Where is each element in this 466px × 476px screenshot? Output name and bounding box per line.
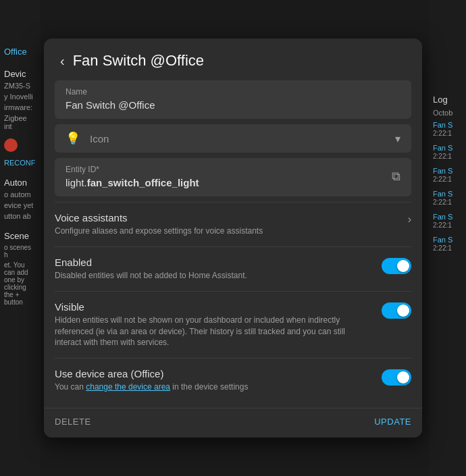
back-button[interactable]: ‹ bbox=[60, 54, 65, 68]
log-entry-2-time: 2:22:1 bbox=[429, 153, 466, 164]
icon-label: Icon bbox=[90, 133, 109, 144]
log-entry-5-time: 2:22:1 bbox=[429, 221, 466, 233]
update-button[interactable]: UPDATE bbox=[374, 417, 411, 427]
icon-dropdown-left: 💡 Icon bbox=[66, 131, 109, 146]
visible-toggle-track bbox=[382, 302, 411, 319]
log-entry-4-time: 2:22:1 bbox=[429, 199, 466, 210]
entity-id-label: Entity ID* bbox=[66, 165, 386, 174]
name-value: Fan Switch @Office bbox=[66, 99, 400, 111]
device-area-toggle[interactable] bbox=[382, 369, 411, 386]
bulb-icon: 💡 bbox=[66, 131, 80, 146]
log-entry-4-link[interactable]: Fan S bbox=[429, 187, 466, 199]
device-section-text: Devic bbox=[0, 59, 41, 80]
entity-field-inner: Entity ID* light.fan_switch_office_light bbox=[66, 165, 386, 188]
enabled-text: Enabled Disabled entities will not be ad… bbox=[55, 257, 382, 282]
name-field[interactable]: Name Fan Switch @Office bbox=[55, 80, 411, 119]
device-area-toggle-track bbox=[382, 369, 411, 386]
modal-header: ‹ Fan Switch @Office bbox=[44, 38, 422, 80]
device-area-title: Use device area (Office) bbox=[55, 368, 371, 379]
voice-assistants-title: Voice assistants bbox=[55, 212, 397, 223]
inovelli-text: y Inovelli bbox=[0, 91, 41, 102]
visible-toggle-thumb bbox=[397, 305, 409, 317]
enabled-item: Enabled Disabled entities will not be ad… bbox=[55, 246, 411, 291]
modal-footer: DELETE UPDATE bbox=[44, 408, 422, 438]
device-area-description: You can change the device area in the de… bbox=[55, 381, 371, 393]
device-area-desc-prefix: You can bbox=[55, 382, 86, 392]
enabled-description: Disabled entities will not be added to H… bbox=[55, 270, 371, 282]
device-area-text: Use device area (Office) You can change … bbox=[55, 368, 382, 393]
background-left-panel: Office Devic ZM35-S y Inovelli irmware: … bbox=[0, 0, 41, 476]
visible-title: Visible bbox=[55, 301, 371, 313]
visible-toggle-action[interactable] bbox=[382, 301, 411, 319]
reconf-button[interactable]: RECONF bbox=[0, 153, 41, 168]
visible-description: Hidden entities will not be shown on you… bbox=[55, 315, 371, 348]
device-area-toggle-thumb bbox=[397, 371, 409, 384]
entity-id-value: light.fan_switch_office_light bbox=[66, 177, 386, 188]
auton-text: Auton bbox=[0, 168, 41, 189]
zigbee-text: Zigbee int bbox=[0, 113, 41, 132]
scene-desc1: o scenes h bbox=[0, 242, 41, 260]
device-area-desc-suffix: in the device settings bbox=[170, 382, 248, 392]
enabled-toggle-track bbox=[382, 258, 411, 274]
entity-id-field[interactable]: Entity ID* light.fan_switch_office_light… bbox=[55, 158, 411, 196]
log-entry-5-link[interactable]: Fan S bbox=[429, 210, 466, 221]
log-entry-1-link[interactable]: Fan S bbox=[429, 118, 466, 130]
chevron-down-icon: ▾ bbox=[395, 132, 400, 145]
voice-assistants-description: Configure aliases and expose settings fo… bbox=[55, 226, 397, 237]
name-label: Name bbox=[66, 87, 400, 97]
zm35-text: ZM35-S bbox=[0, 80, 41, 91]
log-entry-6-time: 2:22:1 bbox=[429, 244, 466, 256]
scene-desc2: et. You can add one by clicking the + bu… bbox=[0, 260, 41, 307]
log-entry-1-time: 2:22:1 bbox=[429, 130, 466, 141]
entity-suffix: fan_switch_office_light bbox=[87, 177, 199, 188]
october-text: Octob bbox=[429, 107, 466, 118]
auton-desc1: o autom bbox=[0, 189, 41, 200]
auton-desc3: utton ab bbox=[0, 211, 41, 221]
enabled-toggle-thumb bbox=[397, 260, 409, 272]
chevron-right-icon: › bbox=[408, 213, 411, 226]
auton-desc2: evice yet bbox=[0, 200, 41, 211]
log-entry-2-link[interactable]: Fan S bbox=[429, 141, 466, 153]
log-entry-6-link[interactable]: Fan S bbox=[429, 233, 466, 244]
office-link[interactable]: Office bbox=[0, 44, 41, 59]
entity-prefix: light. bbox=[66, 177, 87, 188]
visible-item: Visible Hidden entities will not be show… bbox=[55, 291, 411, 358]
voice-assistants-action: › bbox=[408, 212, 411, 226]
enabled-title: Enabled bbox=[55, 257, 371, 268]
visible-text: Visible Hidden entities will not be show… bbox=[55, 301, 382, 348]
entity-editor-modal: ‹ Fan Switch @Office Name Fan Switch @Of… bbox=[44, 38, 422, 438]
enabled-toggle[interactable] bbox=[382, 258, 411, 274]
delete-button[interactable]: DELETE bbox=[55, 417, 91, 427]
change-device-area-link[interactable]: change the device area bbox=[86, 382, 170, 392]
zigbee-icon bbox=[4, 138, 18, 152]
device-area-toggle-action[interactable] bbox=[382, 368, 411, 386]
log-entry-3-time: 2:22:1 bbox=[429, 176, 466, 187]
log-title: Log bbox=[429, 95, 466, 107]
scene-text: Scene bbox=[0, 221, 41, 242]
log-entry-3-link[interactable]: Fan S bbox=[429, 164, 466, 176]
copy-icon[interactable]: ⧉ bbox=[392, 169, 400, 184]
icon-dropdown[interactable]: 💡 Icon ▾ bbox=[55, 124, 411, 153]
modal-title: Fan Switch @Office bbox=[73, 52, 204, 70]
enabled-toggle-action[interactable] bbox=[382, 257, 411, 274]
voice-assistants-text: Voice assistants Configure aliases and e… bbox=[55, 212, 408, 237]
modal-content: Name Fan Switch @Office 💡 Icon ▾ Entity … bbox=[44, 80, 422, 402]
background-right-panel: Log Octob Fan S 2:22:1 Fan S 2:22:1 Fan … bbox=[429, 0, 466, 476]
voice-assistants-item[interactable]: Voice assistants Configure aliases and e… bbox=[55, 202, 411, 246]
device-area-item: Use device area (Office) You can change … bbox=[55, 358, 411, 402]
firmware-text: irmware: bbox=[0, 102, 41, 113]
visible-toggle[interactable] bbox=[382, 302, 411, 319]
